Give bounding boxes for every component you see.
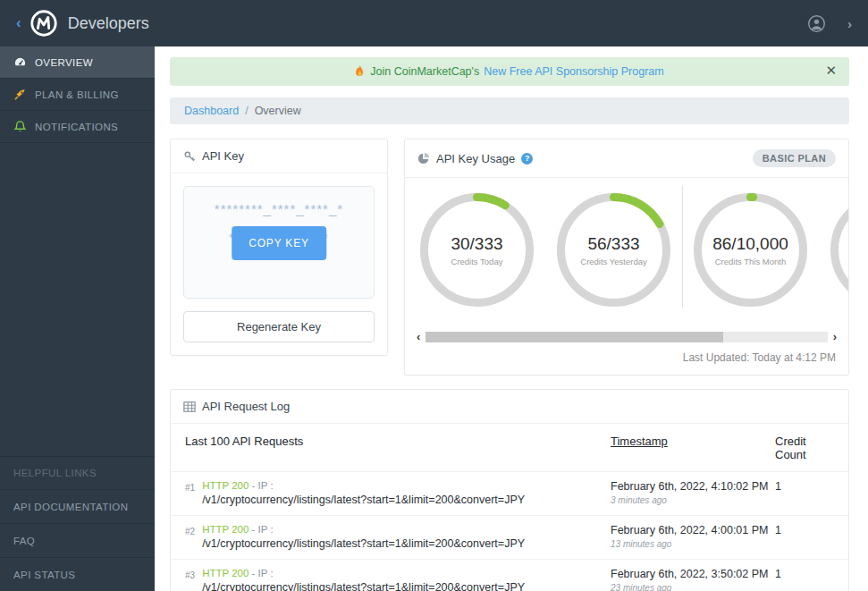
- request-timestamp: February 6th, 2022, 4:00:01 PM: [611, 524, 775, 536]
- sidebar-item-plan-billing[interactable]: PLAN & BILLING: [0, 79, 155, 111]
- api-request-log-card: API Request Log Last 100 API Requests Ti…: [170, 389, 849, 591]
- regenerate-key-button[interactable]: Regenerate Key: [183, 311, 375, 342]
- key-icon: [183, 150, 196, 163]
- scrollbar-track[interactable]: [426, 332, 827, 342]
- breadcrumb-current: Overview: [255, 105, 301, 117]
- log-table-row: #2HTTP 200 - IP :/v1/cryptocurrency/list…: [171, 516, 848, 560]
- http-status: HTTP 200: [202, 524, 249, 535]
- close-icon[interactable]: ✕: [825, 63, 837, 79]
- masked-key-line-1: ********_****_****_*: [184, 187, 374, 216]
- usage-scrollbar: ‹ ›: [417, 332, 837, 342]
- sponsorship-banner: Join CoinMarketCap's New Free API Sponso…: [170, 57, 849, 86]
- banner-link[interactable]: New Free API Sponsorship Program: [484, 65, 663, 78]
- table-icon: [183, 401, 196, 413]
- user-avatar-icon[interactable]: [807, 14, 826, 33]
- donut-value: 86/10,000: [712, 234, 788, 254]
- row-index: #3: [185, 568, 195, 591]
- request-path: /v1/cryptocurrency/listings/latest?start…: [202, 581, 525, 591]
- top-navbar: ‹ Developers ›: [0, 0, 868, 46]
- usage-donut-credits-today: 30/333Credits Today: [420, 193, 534, 307]
- breadcrumb-separator: /: [245, 105, 248, 117]
- api-key-card-title: API Key: [202, 149, 244, 163]
- credit-count: 1: [775, 568, 834, 580]
- col-credit-count: Credit Count: [775, 435, 834, 461]
- request-relative-time: 3 minutes ago: [611, 495, 775, 505]
- breadcrumb-dashboard-link[interactable]: Dashboard: [184, 105, 239, 117]
- log-table-row: #3HTTP 200 - IP :/v1/cryptocurrency/list…: [171, 560, 848, 591]
- row-index: #2: [185, 524, 195, 550]
- request-path: /v1/cryptocurrency/listings/latest?start…: [202, 537, 525, 550]
- col-timestamp-sort[interactable]: Timestamp: [611, 435, 775, 448]
- last-updated-text: Last Updated: Today at 4:12 PM: [405, 342, 848, 375]
- log-table-row: #1HTTP 200 - IP :/v1/cryptocurrency/list…: [171, 472, 848, 516]
- plan-badge: BASIC PLAN: [753, 149, 836, 167]
- copy-key-button[interactable]: COPY KEY: [232, 226, 326, 260]
- donut-value: 56/333: [587, 234, 639, 254]
- row-index: #1: [185, 480, 195, 506]
- credit-count: 1: [775, 524, 834, 536]
- banner-text: Join CoinMarketCap's: [370, 65, 479, 78]
- ip-label: - IP :: [252, 480, 274, 491]
- pie-chart-icon: [417, 152, 430, 165]
- request-timestamp: February 6th, 2022, 3:50:02 PM: [611, 568, 775, 580]
- sidebar-link-faq[interactable]: FAQ: [0, 523, 155, 557]
- usage-donut-carousel: 30/333Credits Today56/333Credits Yesterd…: [405, 178, 848, 321]
- coinmarketcap-logo-icon: [29, 8, 59, 38]
- donut-value: 30/333: [451, 234, 502, 254]
- sidebar-link-api-status[interactable]: API STATUS: [0, 557, 155, 591]
- rocket-icon: [13, 88, 27, 101]
- scroll-left-icon[interactable]: ‹: [417, 332, 420, 342]
- request-relative-time: 23 minutes ago: [611, 583, 775, 591]
- donut-label: Credits Yesterday: [580, 257, 646, 266]
- request-path: /v1/cryptocurrency/listings/latest?start…: [202, 494, 525, 506]
- forward-chevron-icon[interactable]: ›: [847, 16, 852, 31]
- request-timestamp: February 6th, 2022, 4:10:02 PM: [611, 480, 775, 493]
- donut-divider: [682, 185, 683, 308]
- sidebar-item-label: PLAN & BILLING: [35, 89, 119, 100]
- ip-label: - IP :: [252, 568, 274, 578]
- sidebar: OVERVIEWPLAN & BILLINGNOTIFICATIONS HELP…: [0, 46, 155, 591]
- request-relative-time: 13 minutes ago: [611, 539, 775, 549]
- usage-donut-partial: [830, 193, 848, 307]
- ip-label: - IP :: [252, 524, 274, 535]
- http-status: HTTP 200: [202, 568, 249, 578]
- breadcrumb: Dashboard / Overview: [170, 97, 849, 124]
- http-status: HTTP 200: [202, 480, 249, 491]
- flame-icon: [355, 65, 365, 78]
- request-log-title: API Request Log: [202, 400, 290, 413]
- sidebar-link-api-documentation[interactable]: API DOCUMENTATION: [0, 489, 155, 523]
- back-chevron-icon[interactable]: ‹: [16, 14, 21, 32]
- main-content: Join CoinMarketCap's New Free API Sponso…: [155, 46, 868, 591]
- scroll-right-icon[interactable]: ›: [833, 332, 837, 342]
- credit-count: 1: [775, 480, 834, 493]
- usage-donut-credits-yesterday: 56/333Credits Yesterday: [557, 193, 670, 307]
- sidebar-item-overview[interactable]: OVERVIEW: [0, 46, 155, 79]
- sidebar-item-label: OVERVIEW: [35, 57, 93, 68]
- log-table-header: Last 100 API Requests Timestamp Credit C…: [171, 424, 848, 472]
- masked-api-key-box: ********_****_****_* ***_************ CO…: [183, 186, 375, 299]
- col-last-100-requests: Last 100 API Requests: [185, 435, 611, 448]
- sidebar-section-helpful-links: HELPFUL LINKS: [0, 456, 155, 489]
- donut-label: Credits Today: [451, 257, 503, 266]
- usage-donut-credits-this-month: 86/10,000Credits This Month: [694, 193, 807, 307]
- sidebar-item-label: NOTIFICATIONS: [35, 122, 118, 132]
- scrollbar-thumb[interactable]: [426, 332, 722, 342]
- app-title: Developers: [68, 14, 149, 33]
- bell-icon: [13, 120, 27, 133]
- usage-card-title: API Key Usage: [436, 152, 515, 165]
- help-icon[interactable]: ?: [521, 153, 533, 165]
- api-key-card: API Key ********_****_****_* ***_*******…: [170, 139, 388, 356]
- sidebar-item-notifications[interactable]: NOTIFICATIONS: [0, 111, 155, 143]
- gauge-icon: [13, 55, 27, 69]
- donut-label: Credits This Month: [715, 257, 787, 266]
- api-key-usage-card: API Key Usage ? BASIC PLAN 30/333Credits…: [404, 139, 849, 376]
